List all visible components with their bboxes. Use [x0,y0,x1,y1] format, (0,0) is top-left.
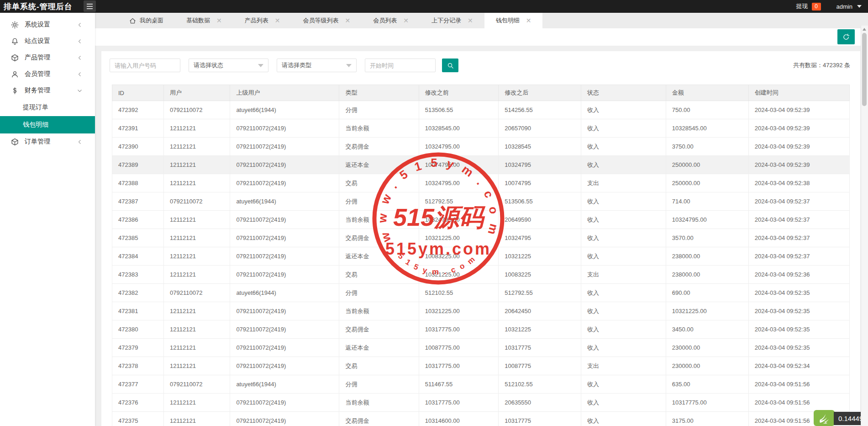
table-cell: 2024-03-04 09:51:56 [748,375,849,394]
sidebar-item-3[interactable]: 会员管理 [0,66,95,82]
column-header: 上级用户 [230,85,339,101]
table-cell: 10328545 [499,138,581,156]
topbar: 排单系统-管理后台 提现 0 admin [0,0,868,13]
table-cell: 10083225.00 [419,247,498,266]
sidebar-item-label: 系统设置 [25,21,50,29]
table-cell: 512102.55 [499,375,581,394]
wallet-table: ID用户上级用户类型修改之前修改之后状态金额创建时间 4723920792110… [112,85,850,426]
table-row: 472388121121210792110072(2419)交易10324795… [112,174,850,192]
total-count: 共有数据：472392 条 [793,61,850,69]
table-cell: 10317775.00 [419,320,498,339]
table-cell: 返还本金 [339,339,419,357]
table-cell: 472385 [112,229,164,247]
sidebar-item-2[interactable]: 产品管理 [0,49,95,66]
table-cell: 250000.00 [666,156,748,174]
table-cell: 472386 [112,211,164,229]
table-row: 472386121121210792110072(2419)当前余额103247… [112,211,850,229]
table-cell: 2024-03-04 09:52:36 [748,266,849,284]
table-cell: 10321225 [499,320,581,339]
refresh-button[interactable] [837,29,855,44]
table-row: 472389121121210792110072(2419)返还本金100747… [112,156,850,174]
tab-1[interactable]: 基础数据✕ [175,13,233,28]
tab-3[interactable]: 会员等级列表✕ [291,13,362,28]
table-cell: 收入 [581,247,666,266]
sidebar-collapse-button[interactable] [84,0,96,12]
table-cell: 分佣 [339,375,419,394]
tab-4[interactable]: 会员列表✕ [362,13,420,28]
table-cell: atuyet66(1944) [230,375,339,394]
table-cell: 512792.55 [419,192,498,211]
tab-5[interactable]: 上下分记录✕ [420,13,484,28]
table-cell: 2024-03-04 09:52:34 [748,357,849,375]
caret-down-icon[interactable] [857,5,862,8]
sidebar-item-1[interactable]: 站点设置 [0,33,95,49]
table-cell: 3570.00 [666,229,748,247]
type-select[interactable]: 请选择类型 [277,59,357,72]
table-cell: 12112121 [164,412,230,426]
column-header: ID [112,85,164,101]
table-cell: 10324795.00 [419,138,498,156]
table-cell: 0792110072(2419) [230,394,339,412]
close-icon[interactable]: ✕ [216,17,222,24]
table-cell: 10314600.00 [419,412,498,426]
column-header: 修改之后 [499,85,581,101]
table-cell: 2024-03-04 09:52:35 [748,339,849,357]
table-cell: 0792110072 [164,192,230,211]
table-row: 472390121121210792110072(2419)交易佣金103247… [112,138,850,156]
sidebar-item-7[interactable]: 订单管理 [0,133,95,150]
framework-logo-icon[interactable] [814,410,835,426]
close-icon[interactable]: ✕ [468,17,473,24]
table-row: 472380121121210792110072(2419)交易佣金103177… [112,320,850,339]
table-cell: 0792110072(2419) [230,320,339,339]
chevron-down-icon [346,64,352,67]
user-menu[interactable]: admin [836,3,852,10]
start-time-input[interactable] [365,59,436,72]
table-cell: 交易 [339,266,419,284]
table-cell: 2024-03-04 09:52:38 [748,174,849,192]
table-cell: 10317775.00 [666,394,748,412]
sidebar-item-5[interactable]: 提现订单 [0,99,95,116]
table-cell: 分佣 [339,101,419,119]
table-cell: 2024-03-04 09:52:39 [748,119,849,138]
table-cell: 收入 [581,284,666,302]
close-icon[interactable]: ✕ [526,17,531,24]
tab-2[interactable]: 产品列表✕ [233,13,292,28]
withdraw-count-badge[interactable]: 0 [812,3,821,11]
table-cell: 2024-03-04 09:52:35 [748,302,849,320]
close-icon[interactable]: ✕ [403,17,409,24]
refresh-icon [842,33,850,41]
table-cell: 12112121 [164,394,230,412]
table-cell: 返还本金 [339,247,419,266]
table-cell: 2024-03-04 09:52:39 [748,156,849,174]
table-cell: 收入 [581,339,666,357]
scrollbar-thumb[interactable] [862,33,867,106]
table-cell: 10317775 [499,339,581,357]
tab-0[interactable]: 我的桌面 [118,13,175,28]
user-number-input[interactable] [110,59,180,72]
table-cell: 分佣 [339,284,419,302]
table-cell: 2024-03-04 09:52:35 [748,320,849,339]
sidebar-item-6[interactable]: 钱包明细 [0,116,95,133]
close-icon[interactable]: ✕ [345,17,350,24]
table-cell: 472391 [112,119,164,138]
table-cell: 2024-03-04 09:52:35 [748,284,849,302]
column-header: 金额 [666,85,748,101]
sidebar-item-0[interactable]: 系统设置 [0,16,95,33]
vertical-scrollbar[interactable] [861,26,868,426]
cube-icon [11,54,19,62]
table-cell: 0792110072 [164,375,230,394]
filter-bar: 请选择状态 请选择类型 [110,59,458,72]
table-cell: 12112121 [164,266,230,284]
status-select[interactable]: 请选择状态 [189,59,268,72]
close-icon[interactable]: ✕ [275,17,280,24]
table-cell: 当前余额 [339,211,419,229]
status-select-value: 请选择状态 [194,61,223,69]
gear-icon [11,21,19,29]
sidebar-item-4[interactable]: 财务管理 [0,82,95,99]
scroll-up-arrow-icon[interactable] [863,28,866,31]
table-cell: 收入 [581,412,666,426]
tab-6[interactable]: 钱包明细✕ [484,13,543,28]
column-header: 类型 [339,85,419,101]
withdraw-link[interactable]: 提现 [796,2,808,11]
search-button[interactable] [442,59,458,72]
